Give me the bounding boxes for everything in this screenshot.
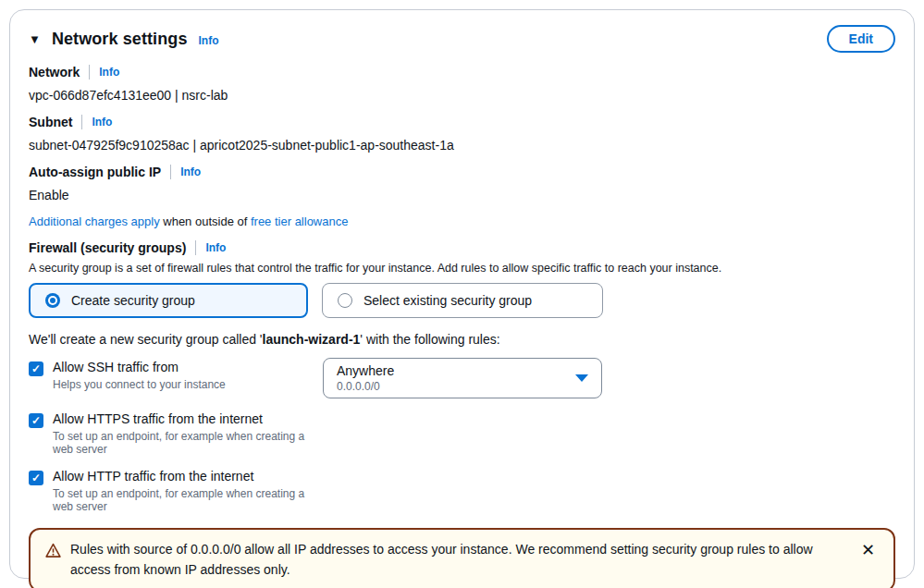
free-tier-link[interactable]: free tier allowance bbox=[251, 214, 349, 228]
ssh-source-value: Anywhere bbox=[337, 363, 394, 378]
https-rule-row: ✓ Allow HTTPS traffic from the internet … bbox=[29, 411, 895, 456]
charges-note: Additional charges apply when outside of… bbox=[29, 214, 895, 228]
network-info-link[interactable]: Info bbox=[99, 66, 119, 79]
collapse-caret-icon[interactable]: ▼ bbox=[29, 33, 41, 45]
http-checkbox[interactable]: ✓ bbox=[29, 471, 43, 485]
ssh-source-dropdown-text: Anywhere 0.0.0.0/0 bbox=[337, 363, 394, 393]
ssh-source-dropdown[interactable]: Anywhere 0.0.0.0/0 bbox=[323, 358, 602, 398]
auto-assign-ip-label: Auto-assign public IP bbox=[29, 165, 161, 179]
https-rule-sublabel: To set up an endpoint, for example when … bbox=[53, 430, 323, 456]
auto-assign-ip-label-row: Auto-assign public IP Info bbox=[29, 165, 895, 179]
firewall-info-link[interactable]: Info bbox=[205, 241, 226, 254]
firewall-description: A security group is a set of firewall ru… bbox=[29, 262, 895, 275]
additional-charges-link[interactable]: Additional charges apply bbox=[29, 214, 160, 228]
radio-unselected-icon[interactable] bbox=[338, 293, 352, 308]
auto-assign-ip-info-link[interactable]: Info bbox=[180, 165, 201, 178]
firewall-label-row: Firewall (security groups) Info bbox=[29, 240, 895, 255]
chevron-down-icon bbox=[575, 374, 588, 382]
warning-banner: Rules with source of 0.0.0.0/0 allow all… bbox=[29, 528, 895, 588]
divider bbox=[195, 240, 196, 255]
subnet-field-label-row: Subnet Info bbox=[29, 115, 895, 129]
rules-intro-prefix: We'll create a new security group called… bbox=[29, 332, 263, 347]
ssh-rule-row: ✓ Allow SSH traffic from Helps you conne… bbox=[29, 360, 895, 398]
page-title: Network settings bbox=[52, 30, 188, 49]
close-icon[interactable]: ✕ bbox=[857, 540, 879, 560]
network-label: Network bbox=[29, 65, 80, 80]
https-rule-left: ✓ Allow HTTPS traffic from the internet … bbox=[29, 411, 323, 456]
ssh-source-cidr: 0.0.0.0/0 bbox=[337, 380, 394, 393]
network-field-label-row: Network Info bbox=[29, 65, 895, 80]
edit-button[interactable]: Edit bbox=[827, 25, 895, 53]
http-rule-row: ✓ Allow HTTP traffic from the internet T… bbox=[29, 469, 895, 513]
radio-tile-label: Select existing security group bbox=[363, 293, 532, 308]
divider bbox=[89, 65, 90, 80]
https-rule-labels: Allow HTTPS traffic from the internet To… bbox=[53, 411, 323, 456]
https-rule-label: Allow HTTPS traffic from the internet bbox=[53, 411, 323, 426]
subnet-label: Subnet bbox=[29, 115, 72, 129]
divider bbox=[81, 115, 82, 129]
ssh-rule-labels: Allow SSH traffic from Helps you connect… bbox=[53, 360, 226, 391]
http-rule-sublabel: To set up an endpoint, for example when … bbox=[53, 487, 323, 513]
http-rule-left: ✓ Allow HTTP traffic from the internet T… bbox=[29, 469, 323, 513]
radio-tile-select-existing-security-group[interactable]: Select existing security group bbox=[322, 283, 603, 318]
ssh-checkbox[interactable]: ✓ bbox=[29, 361, 43, 376]
auto-assign-ip-value: Enable bbox=[29, 188, 895, 202]
radio-tile-create-security-group[interactable]: Create security group bbox=[29, 283, 308, 318]
charges-note-text: when outside of bbox=[160, 214, 251, 228]
http-rule-labels: Allow HTTP traffic from the internet To … bbox=[53, 469, 323, 513]
http-rule-label: Allow HTTP traffic from the internet bbox=[53, 469, 323, 484]
panel-info-link[interactable]: Info bbox=[199, 34, 219, 47]
warning-triangle-icon bbox=[45, 543, 61, 562]
network-value: vpc-066d87efc4131ee00 | nsrc-lab bbox=[29, 88, 895, 103]
warning-text: Rules with source of 0.0.0.0/0 allow all… bbox=[70, 540, 848, 580]
radio-selected-icon[interactable] bbox=[45, 293, 60, 308]
rules-intro-suffix: ' with the following rules: bbox=[360, 332, 499, 347]
ssh-rule-left: ✓ Allow SSH traffic from Helps you conne… bbox=[29, 360, 323, 391]
firewall-label: Firewall (security groups) bbox=[29, 240, 186, 255]
subnet-info-link[interactable]: Info bbox=[92, 116, 112, 129]
https-checkbox[interactable]: ✓ bbox=[29, 413, 43, 428]
subnet-value: subnet-047925f9c910258ac | apricot2025-s… bbox=[29, 138, 895, 153]
radio-tile-label: Create security group bbox=[71, 293, 195, 308]
panel-header: ▼ Network settings Info Edit bbox=[29, 25, 895, 53]
security-group-name: launch-wizard-1 bbox=[263, 332, 361, 347]
rules-intro: We'll create a new security group called… bbox=[29, 332, 895, 347]
divider bbox=[170, 165, 171, 179]
ssh-rule-sublabel: Helps you connect to your instance bbox=[53, 378, 226, 391]
ssh-rule-label: Allow SSH traffic from bbox=[53, 360, 226, 374]
network-settings-panel: ▼ Network settings Info Edit Network Inf… bbox=[9, 9, 915, 579]
security-group-radio-group: Create security group Select existing se… bbox=[29, 283, 895, 318]
